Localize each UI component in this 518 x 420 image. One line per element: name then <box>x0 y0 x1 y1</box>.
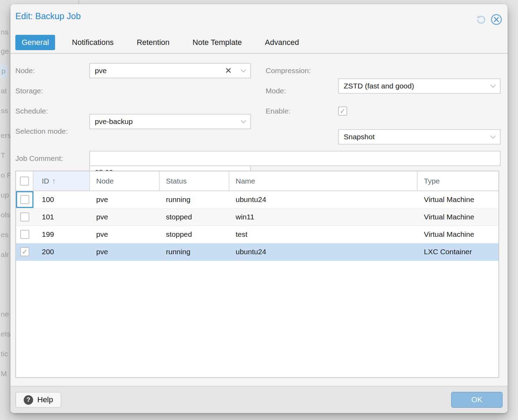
background-menu-item: tic <box>1 349 8 359</box>
compression-value: ZSTD (fast and good) <box>344 82 488 90</box>
select-all-checkbox[interactable] <box>20 177 29 186</box>
row-type: Virtual Machine <box>418 209 498 225</box>
table-row[interactable]: ✓ 200 pve running ubuntu24 LXC Container <box>16 243 498 261</box>
column-header-id[interactable]: ID ↑ <box>33 171 90 190</box>
edit-backup-job-dialog: Edit: Backup Job GeneralNotificationsRet… <box>10 4 508 413</box>
column-header-node[interactable]: Node <box>90 171 160 190</box>
background-menu-item: M <box>1 369 7 379</box>
row-type: LXC Container <box>418 243 498 260</box>
row-id: 199 <box>33 226 90 243</box>
background-sidebar: nsgepatssersTo FupolsesalrneetsticM <box>0 0 10 420</box>
chevron-down-icon[interactable] <box>241 67 246 72</box>
row-name: test <box>229 226 418 243</box>
dialog-footer: ? Help OK <box>10 386 508 413</box>
row-type: Virtual Machine <box>418 191 498 208</box>
schedule-label: Schedule: <box>15 107 48 115</box>
row-name: ubuntu24 <box>229 191 418 208</box>
tab-advanced[interactable]: Advanced <box>259 35 305 50</box>
row-checkbox-cell <box>16 209 33 225</box>
row-checkbox[interactable] <box>20 195 29 204</box>
table-row[interactable]: 199 pve stopped test Virtual Machine <box>16 226 498 243</box>
sort-asc-icon: ↑ <box>52 177 56 186</box>
storage-label: Storage: <box>15 87 43 95</box>
background-menu-item: ets <box>1 329 10 339</box>
table-header: ID ↑ Node Status Name Type <box>16 171 498 191</box>
background-menu-item: at <box>1 86 7 96</box>
row-type: Virtual Machine <box>418 226 498 243</box>
tab-retention[interactable]: Retention <box>130 35 176 50</box>
table-body: 100 pve running ubuntu24 Virtual Machine… <box>16 191 498 261</box>
close-icon <box>490 14 502 27</box>
chevron-down-icon[interactable] <box>490 82 496 88</box>
row-checkbox[interactable] <box>20 212 29 221</box>
background-menu-item: es <box>1 230 8 240</box>
question-icon: ? <box>24 395 33 405</box>
mode-label: Mode: <box>266 87 286 95</box>
close-button[interactable] <box>491 15 502 26</box>
ok-button[interactable]: OK <box>451 392 503 408</box>
selection-mode-label: Selection mode: <box>15 127 68 135</box>
table-row[interactable]: 100 pve running ubuntu24 Virtual Machine <box>16 191 498 209</box>
job-comment-label: Job Comment: <box>15 154 63 163</box>
background-menu-item: ne <box>1 309 9 319</box>
background-menu-item: o F <box>1 170 10 180</box>
tab-general[interactable]: General <box>15 35 55 50</box>
row-node: pve <box>90 243 160 260</box>
help-button[interactable]: ? Help <box>15 392 61 408</box>
enable-label: Enable: <box>266 107 290 115</box>
background-divider <box>78 0 79 4</box>
row-checkbox-cell: ✓ <box>16 243 33 260</box>
row-node: pve <box>90 191 160 208</box>
background-menu-item: ers <box>1 131 10 140</box>
row-checkbox-cell <box>16 226 33 243</box>
row-id: 200 <box>33 243 90 260</box>
tab-notifications[interactable]: Notifications <box>66 35 120 50</box>
chevron-down-icon[interactable] <box>490 133 496 139</box>
node-label: Node: <box>15 67 35 75</box>
background-menu-item: T <box>1 150 5 160</box>
row-status: running <box>160 191 229 208</box>
column-header-name[interactable]: Name <box>229 171 418 190</box>
tab-bar: GeneralNotificationsRetentionNote Templa… <box>15 35 305 50</box>
dialog-title: Edit: Backup Job <box>15 11 81 21</box>
column-header-status[interactable]: Status <box>160 171 229 190</box>
storage-value: pve-backup <box>95 117 238 126</box>
help-button-label: Help <box>37 395 53 404</box>
column-header-type[interactable]: Type <box>418 171 498 190</box>
row-status: running <box>160 243 229 260</box>
general-form: Node: pve ✕ Compression: ZSTD (fast and … <box>15 63 503 155</box>
mode-combobox[interactable]: Snapshot <box>338 129 501 145</box>
guest-table: ID ↑ Node Status Name Type 100 pve runni… <box>15 171 499 378</box>
background-menu-item: p <box>1 65 8 77</box>
tab-divider <box>10 53 508 54</box>
row-id: 100 <box>33 191 90 208</box>
row-name: ubuntu24 <box>229 243 418 260</box>
job-comment-input[interactable] <box>89 151 501 166</box>
header-checkbox-cell <box>16 171 33 190</box>
mode-value: Snapshot <box>344 133 488 141</box>
row-id: 101 <box>33 209 90 225</box>
storage-combobox[interactable]: pve-backup <box>89 114 251 129</box>
row-node: pve <box>90 226 160 243</box>
row-node: pve <box>90 209 160 225</box>
node-combobox[interactable]: pve ✕ <box>89 63 251 78</box>
node-value: pve <box>95 67 225 75</box>
dialog-toolbar <box>475 15 502 26</box>
table-row[interactable]: 101 pve stopped win11 Virtual Machine <box>16 209 498 226</box>
table-empty-area <box>16 261 498 377</box>
compression-label: Compression: <box>266 67 311 75</box>
background-menu-item: up <box>1 190 9 200</box>
chevron-down-icon[interactable] <box>241 118 246 123</box>
row-checkbox[interactable] <box>20 230 29 239</box>
enable-checkbox[interactable]: ✓ <box>338 107 347 116</box>
row-status: stopped <box>160 209 229 225</box>
clear-icon[interactable]: ✕ <box>225 67 232 75</box>
tab-note-template[interactable]: Note Template <box>186 35 248 50</box>
column-header-id-label: ID <box>42 177 49 185</box>
background-menu-item: ns <box>1 27 8 37</box>
row-checkbox-cell <box>16 191 33 208</box>
compression-combobox[interactable]: ZSTD (fast and good) <box>338 78 501 94</box>
background-menu-item: alr <box>1 250 9 259</box>
row-checkbox[interactable]: ✓ <box>20 247 29 256</box>
reset-button[interactable] <box>475 15 487 26</box>
